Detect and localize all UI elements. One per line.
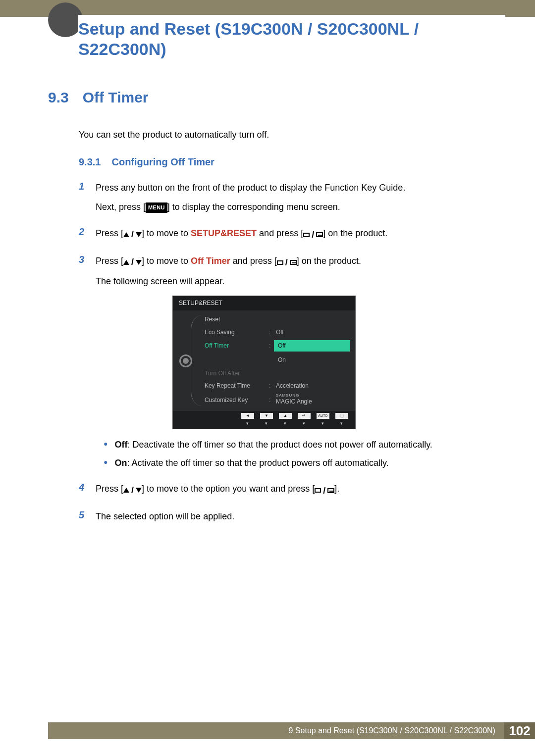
step-1: 1 Press any button on the front of the p…	[79, 181, 500, 219]
option-label: On	[114, 458, 127, 468]
osd-row-customized-key: Customized Key:SAMSUNGMAGIC Angle	[196, 393, 350, 408]
page-content: 9.3 Off Timer You can set the product to…	[48, 89, 500, 536]
subsection-title: Configuring Off Timer	[111, 156, 214, 168]
bullet-icon: ●	[104, 456, 107, 470]
option-bullets: ● Off: Deactivate the off timer so that …	[104, 438, 432, 470]
step-body: Press any button on the front of the pro…	[96, 181, 405, 219]
osd-row-reset: Reset	[196, 313, 350, 326]
steps-list: 1 Press any button on the front of the p…	[79, 181, 500, 529]
menu-button-icon: MENU	[146, 202, 167, 213]
osd-row-turn-off: Turn Off After	[196, 367, 350, 380]
target-setup-reset: SETUP&RESET	[191, 228, 257, 238]
page-footer: 9 Setup and Reset (S19C300N / S20C300NL …	[48, 722, 535, 739]
section-intro: You can set the product to automatically…	[79, 128, 500, 142]
step-text: Press any button on the front of the pro…	[96, 181, 405, 195]
section-number: 9.3	[48, 89, 69, 106]
osd-row-off-timer: Off Timer:Off	[196, 339, 350, 353]
step-2: 2 Press [/] to move to SETUP&RESET and p…	[79, 226, 500, 247]
osd-body: Reset Eco Saving:Off Off Timer:Off On Tu…	[173, 310, 355, 411]
chapter-title: Setup and Reset (S19C300N / S20C300NL / …	[78, 19, 505, 59]
chapter-circle	[48, 2, 83, 37]
osd-title: SETUP&RESET	[173, 296, 355, 310]
step-5: 5 The selected option will be applied.	[79, 509, 500, 529]
osd-icon-col	[176, 313, 196, 408]
step-body: Press [/] to move to the option you want…	[96, 482, 339, 503]
bullet-icon: ●	[104, 438, 107, 452]
step-number: 2	[79, 226, 87, 238]
select-enter-icon: /	[277, 255, 297, 270]
footer-chapter-ref: 9 Setup and Reset (S19C300N / S20C300NL …	[289, 726, 499, 735]
target-off-timer: Off Timer	[191, 256, 230, 266]
step-text: Press [/] to move to Off Timer and press…	[96, 254, 432, 270]
subsection-number: 9.3.1	[79, 156, 101, 168]
subsection-heading: 9.3.1 Configuring Off Timer	[79, 156, 500, 168]
step-text: The following screen will appear.	[96, 274, 432, 289]
step-4: 4 Press [/] to move to the option you wa…	[79, 482, 500, 503]
step-text: The selected option will be applied.	[96, 509, 234, 524]
section-heading: 9.3 Off Timer	[48, 89, 500, 106]
step-text: Press [/] to move to SETUP&RESET and pre…	[96, 226, 387, 242]
nav-enter-icon: ↵▾	[298, 413, 311, 427]
step-text: Next, press [MENU] to display the corres…	[96, 200, 405, 214]
select-enter-icon: /	[303, 228, 323, 242]
osd-selected-value: Off	[274, 340, 350, 352]
osd-row-eco: Eco Saving:Off	[196, 326, 350, 339]
osd-screenshot: SETUP&RESET Reset Eco Saving:Off Off Tim…	[172, 296, 356, 429]
chapter-title-block: Setup and Reset (S19C300N / S20C300NL / …	[78, 15, 505, 69]
osd-menu: Reset Eco Saving:Off Off Timer:Off On Tu…	[196, 313, 350, 408]
step-body: Press [/] to move to Off Timer and press…	[96, 254, 432, 475]
step-text: Press [/] to move to the option you want…	[96, 482, 339, 498]
step-number: 5	[79, 509, 87, 521]
step-body: The selected option will be applied.	[96, 509, 234, 529]
nav-left-icon: ◄▾	[241, 413, 254, 427]
gear-icon	[181, 356, 191, 366]
osd-nav-bar: ◄▾ ▼▾ ▲▾ ↵▾ AUTO▾ ▾	[173, 411, 355, 429]
nav-auto-label: AUTO▾	[317, 413, 329, 427]
nav-up-icon: ▲▾	[279, 413, 292, 427]
option-label: Off	[114, 440, 127, 450]
select-enter-icon: /	[315, 484, 334, 498]
step-number: 4	[79, 482, 87, 493]
bullet-off: ● Off: Deactivate the off timer so that …	[104, 438, 432, 452]
nav-power-icon: ▾	[335, 413, 348, 427]
osd-row-key-repeat: Key Repeat Time:Acceleration	[196, 380, 350, 392]
bullet-on: ● On: Activate the off timer so that the…	[104, 456, 432, 470]
nav-down-icon: ▼▾	[260, 413, 273, 427]
step-number: 1	[79, 181, 87, 192]
arc-decor	[191, 315, 202, 406]
step-3: 3 Press [/] to move to Off Timer and pre…	[79, 254, 500, 475]
up-down-icon: /	[123, 255, 142, 269]
page-number: 102	[504, 722, 535, 739]
section-title: Off Timer	[83, 89, 149, 106]
osd-row-off-timer-opt: On	[196, 353, 350, 367]
step-body: Press [/] to move to SETUP&RESET and pre…	[96, 226, 387, 247]
step-number: 3	[79, 254, 87, 265]
up-down-icon: /	[123, 227, 142, 242]
up-down-icon: /	[123, 483, 142, 498]
